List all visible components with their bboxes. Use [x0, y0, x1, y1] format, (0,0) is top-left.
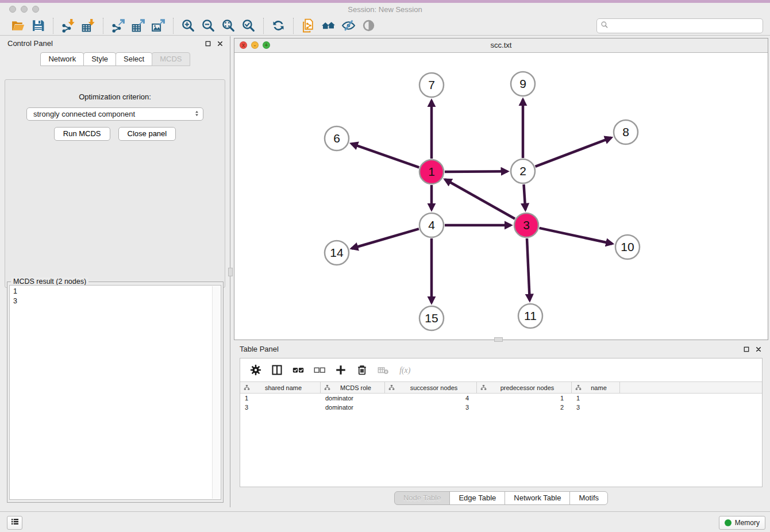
- horizontal-splitter-handle[interactable]: [494, 337, 503, 342]
- search-input[interactable]: [611, 20, 763, 32]
- graph-node-9[interactable]: 9: [511, 72, 535, 96]
- graph-edge-3-1[interactable]: [445, 179, 515, 218]
- task-history-button[interactable]: [7, 516, 22, 530]
- tab-mcds[interactable]: MCDS: [152, 52, 190, 66]
- zoom-out-icon[interactable]: [199, 18, 217, 34]
- graph-node-10[interactable]: 10: [615, 235, 640, 259]
- open-session-icon[interactable]: [9, 18, 27, 34]
- column-header-mcds-role[interactable]: MCDS role: [321, 382, 385, 393]
- graph-edge-1-6[interactable]: [352, 144, 419, 167]
- vertical-splitter-handle[interactable]: [228, 268, 233, 276]
- tab-network-table[interactable]: Network Table: [505, 491, 570, 505]
- add-column-icon[interactable]: [334, 363, 347, 377]
- criterion-select[interactable]: strongly connected component: [26, 107, 203, 121]
- split-panel-icon[interactable]: [271, 363, 283, 377]
- tab-style[interactable]: Style: [83, 52, 116, 66]
- column-header-predecessor-nodes[interactable]: predecessor nodes: [477, 382, 572, 393]
- graph-node-14[interactable]: 14: [325, 241, 349, 265]
- graph-node-8[interactable]: 8: [614, 120, 638, 144]
- graph-node-6[interactable]: 6: [325, 126, 349, 151]
- export-image-icon[interactable]: [149, 18, 167, 34]
- graph-node-11[interactable]: 11: [518, 304, 542, 328]
- zoom-window-button[interactable]: [32, 6, 39, 13]
- control-panel-close-button[interactable]: [216, 40, 224, 48]
- copy-network-icon[interactable]: [299, 18, 317, 34]
- table-cell[interactable]: 3: [385, 404, 477, 411]
- table-panel-float-button[interactable]: [742, 345, 750, 353]
- minimize-network-button[interactable]: -: [251, 41, 259, 49]
- table-cell[interactable]: 3: [572, 404, 620, 411]
- tab-select[interactable]: Select: [116, 52, 152, 66]
- svg-text:1: 1: [428, 165, 435, 178]
- close-panel-button[interactable]: Close panel: [118, 127, 176, 141]
- column-header-successor-nodes[interactable]: successor nodes: [385, 382, 477, 393]
- mcds-result-scrollbar[interactable]: [212, 286, 220, 499]
- graph-node-1[interactable]: 1: [419, 160, 444, 184]
- graph-node-4[interactable]: 4: [419, 213, 444, 237]
- control-panel-header: Control Panel: [0, 36, 230, 51]
- table-cell[interactable]: 2: [477, 404, 572, 411]
- control-panel-tabs: NetworkStyleSelectMCDS: [0, 52, 230, 66]
- table-cell[interactable]: 3: [240, 404, 321, 411]
- table-cell[interactable]: 1: [572, 395, 620, 402]
- export-table-icon[interactable]: [129, 18, 147, 34]
- tab-edge-table[interactable]: Edge Table: [449, 491, 505, 505]
- graph-edge-1-2[interactable]: [445, 171, 507, 172]
- save-session-icon[interactable]: [29, 18, 47, 34]
- run-mcds-button[interactable]: Run MCDS: [54, 127, 110, 141]
- minimize-window-button[interactable]: [21, 6, 28, 13]
- table-cell[interactable]: 1: [240, 395, 321, 402]
- svg-text:6: 6: [333, 132, 340, 145]
- graph-node-7[interactable]: 7: [419, 73, 444, 97]
- memory-button[interactable]: Memory: [719, 516, 765, 530]
- import-table-icon[interactable]: [79, 18, 97, 34]
- table-cell[interactable]: 1: [477, 395, 572, 402]
- export-network-icon[interactable]: [109, 18, 127, 34]
- memory-label: Memory: [735, 519, 760, 527]
- column-header-name[interactable]: name: [572, 382, 620, 393]
- birds-eye-view-icon[interactable]: [360, 18, 378, 34]
- close-window-button[interactable]: [9, 6, 16, 13]
- delete-table-icon[interactable]: [377, 363, 390, 377]
- import-network-icon[interactable]: [59, 18, 77, 34]
- close-network-button[interactable]: x: [240, 41, 247, 49]
- function-builder-icon[interactable]: f(x): [398, 363, 415, 377]
- table-cell[interactable]: dominator: [321, 404, 385, 411]
- window-title: Session: New Session: [0, 3, 770, 16]
- graph-edge-3-10[interactable]: [540, 228, 613, 244]
- graph-node-3[interactable]: 3: [514, 213, 538, 237]
- column-header-shared-name[interactable]: shared name: [240, 382, 321, 393]
- network-canvas[interactable]: 7968124314101511: [234, 52, 768, 340]
- table-cell[interactable]: 4: [385, 395, 477, 402]
- graph-node-15[interactable]: 15: [419, 306, 444, 330]
- refresh-icon[interactable]: [270, 18, 287, 34]
- graph-edge-2-8[interactable]: [536, 138, 611, 167]
- zoom-in-icon[interactable]: [179, 18, 197, 34]
- svg-text:2: 2: [519, 164, 526, 178]
- graphics-details-icon[interactable]: [340, 18, 357, 34]
- zoom-network-button[interactable]: +: [263, 41, 270, 49]
- mcds-result-area[interactable]: 1 3: [9, 285, 221, 500]
- graph-edge-3-11[interactable]: [527, 238, 530, 300]
- table-row[interactable]: 3dominator323: [240, 403, 762, 412]
- table-panel-title: Table Panel: [240, 345, 279, 353]
- tab-node-table[interactable]: Node Table: [394, 491, 451, 505]
- table-settings-icon[interactable]: [249, 363, 262, 377]
- svg-text:4: 4: [428, 218, 435, 232]
- graph-node-2[interactable]: 2: [511, 159, 535, 183]
- table-row[interactable]: 1dominator411: [240, 394, 762, 403]
- graph-edge-2-3[interactable]: [524, 184, 526, 210]
- tab-network[interactable]: Network: [40, 52, 84, 66]
- first-neighbors-icon[interactable]: [319, 18, 337, 34]
- select-all-icon[interactable]: [292, 363, 305, 377]
- table-panel-close-button[interactable]: [754, 345, 763, 353]
- zoom-selected-icon[interactable]: [240, 18, 257, 34]
- deselect-all-icon[interactable]: [313, 363, 326, 377]
- tab-motifs[interactable]: Motifs: [569, 491, 608, 505]
- control-panel-float-button[interactable]: [204, 40, 212, 48]
- table-cell[interactable]: dominator: [321, 395, 385, 402]
- zoom-fit-icon[interactable]: [220, 18, 237, 34]
- delete-column-icon[interactable]: [356, 363, 368, 377]
- status-bar: Memory: [0, 511, 770, 532]
- graph-edge-4-14[interactable]: [352, 229, 419, 248]
